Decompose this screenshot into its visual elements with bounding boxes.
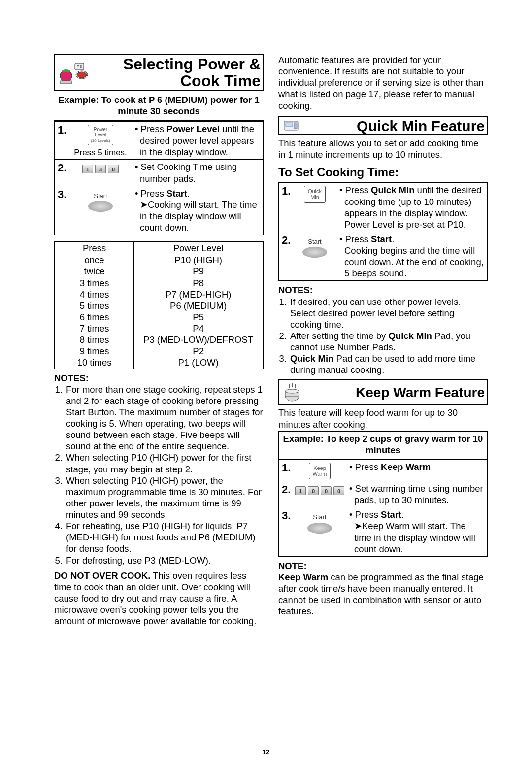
step-graphic: Start — [293, 232, 337, 281]
quick-min-icon — [281, 118, 300, 133]
table-cell: P7 (MED-HIGH) — [134, 289, 263, 300]
step-number: 1. — [279, 182, 293, 232]
section-title: Quick Min Feature — [357, 118, 485, 134]
quick-intro: This feature allows you to set or add co… — [278, 137, 488, 160]
power-level-button: Power Level (10 Levels) — [88, 125, 113, 145]
step-number: 1. — [279, 460, 293, 481]
table-cell: P10 (HIGH) — [134, 254, 263, 266]
step-number: 3. — [55, 186, 68, 235]
example-caption: Example: To cook at P 6 (MEDIUM) power f… — [54, 93, 264, 121]
step-graphic: Keep Warm — [293, 460, 347, 481]
table-cell: twice — [55, 266, 134, 277]
note-item: When selecting P10 (HIGH) power for the … — [65, 452, 264, 474]
table-cell: once — [55, 254, 134, 266]
table-cell: 6 times — [55, 311, 134, 323]
section-header-warm: Keep Warm Feature — [278, 379, 488, 405]
step-graphic: Start — [68, 186, 133, 235]
note-item: When selecting P10 (HIGH) power, the max… — [65, 475, 264, 521]
table-cell: 7 times — [55, 323, 134, 334]
right-column: Automatic features are provided for your… — [278, 54, 488, 632]
table-header: Press — [55, 242, 134, 254]
step-description: • Press Start. ➤Cooking will start. The … — [133, 186, 263, 235]
keep-warm-icon — [281, 381, 304, 403]
table-cell: 5 times — [55, 300, 134, 311]
power-level-table: Press Power Level onceP10 (HIGH) twiceP9… — [54, 241, 264, 369]
graphic-caption: Press 5 times. — [71, 147, 130, 158]
start-button-icon: Start — [88, 192, 113, 212]
start-button-icon: Start — [302, 238, 327, 258]
quick-min-button: Quick Min — [304, 186, 326, 202]
svg-rect-6 — [286, 123, 293, 127]
step-number: 2. — [279, 481, 293, 507]
table-header: Power Level — [134, 242, 263, 254]
table-cell: 9 times — [55, 345, 134, 357]
step-graphic: Quick Min — [293, 182, 337, 232]
note-item: If desired, you can use other power leve… — [289, 296, 488, 330]
note-header: NOTE: — [278, 560, 488, 571]
warm-intro: This feature will keep food warm for up … — [278, 407, 488, 430]
power-header-icon: P6 — [57, 61, 90, 85]
start-button-icon: Start — [307, 513, 332, 533]
step-description: • Press Start. Cooking begins and the ti… — [337, 232, 487, 281]
subheading: To Set Cooking Time: — [278, 165, 488, 180]
step-graphic: Power Level (10 Levels) Press 5 times. — [68, 121, 133, 160]
table-cell: 3 times — [55, 277, 134, 289]
step-description: • Press Start. ➤Keep Warm will start. Th… — [347, 507, 487, 557]
notes-list: For more than one stage cooking, repeat … — [54, 384, 264, 566]
notes-header: NOTES: — [278, 284, 488, 296]
step-description: • Set Cooking Time using number pads. — [133, 160, 263, 186]
number-pad-icon: 1 3 0 — [82, 165, 119, 173]
example-caption: Example: To keep 2 cups of gravy warm fo… — [278, 431, 488, 460]
step-number: 3. — [279, 507, 293, 557]
svg-rect-7 — [294, 123, 297, 129]
power-steps-table: 1. Power Level (10 Levels) Press 5 times… — [54, 121, 264, 235]
note-item: For more than one stage cooking, repeat … — [65, 384, 264, 452]
step-number: 1. — [55, 121, 68, 160]
table-cell: P8 — [134, 277, 263, 289]
table-cell: P1 (LOW) — [134, 357, 263, 369]
note-item: Quick Min Pad can be used to add more ti… — [289, 353, 488, 375]
note-item: After setting the time by Quick Min Pad,… — [289, 330, 488, 353]
svg-text:P6: P6 — [76, 64, 82, 69]
warm-note: Keep Warm can be programmed as the final… — [278, 571, 488, 617]
step-graphic: 1 3 0 — [68, 160, 133, 186]
table-cell: P2 — [134, 345, 263, 357]
note-item: For defrosting, use P3 (MED-LOW). — [65, 555, 264, 566]
left-column: P6 Selecting Power & Cook Time Example: … — [54, 54, 264, 632]
page-columns: P6 Selecting Power & Cook Time Example: … — [54, 54, 488, 632]
intro-paragraph: Automatic features are provided for your… — [278, 54, 488, 111]
section-title: Selecting Power & Cook Time — [90, 56, 261, 89]
table-cell: P6 (MEDIUM) — [134, 300, 263, 311]
svg-point-10 — [285, 389, 299, 393]
svg-point-1 — [62, 69, 70, 72]
step-number: 2. — [279, 232, 293, 281]
step-description: • Press Quick Min until the desired cook… — [337, 182, 487, 232]
step-graphic: Start — [293, 507, 347, 557]
table-cell: P3 (MED-LOW)/DEFROST — [134, 334, 263, 345]
table-cell: P4 — [134, 323, 263, 334]
keep-warm-button: Keep Warm — [309, 463, 331, 479]
section-title: Keep Warm Feature — [356, 385, 485, 400]
section-header-power: P6 Selecting Power & Cook Time — [54, 54, 264, 91]
table-cell: 10 times — [55, 357, 134, 369]
step-description: • Press Keep Warm. — [347, 460, 487, 481]
warm-steps-table: 1. Keep Warm • Press Keep Warm. 2. 1 0 — [278, 460, 488, 557]
note-item: For reheating, use P10 (HIGH) for liquid… — [65, 520, 264, 554]
step-description: • Set warming time using number pads, up… — [347, 481, 487, 507]
svg-rect-4 — [60, 81, 72, 84]
table-cell: 4 times — [55, 289, 134, 300]
quick-steps-table: 1. Quick Min • Press Quick Min until the… — [278, 182, 488, 281]
step-description: • Press Power Level until the desired po… — [133, 121, 263, 160]
notes-header: NOTES: — [54, 372, 264, 384]
warning-paragraph: DO NOT OVER COOK. This oven requires les… — [54, 570, 264, 627]
table-cell: 8 times — [55, 334, 134, 345]
number-pad-icon: 1 0 0 0 — [295, 486, 344, 495]
table-cell: P5 — [134, 311, 263, 323]
step-graphic: 1 0 0 0 — [293, 481, 347, 507]
page-number: 12 — [263, 748, 269, 756]
notes-list: If desired, you can use other power leve… — [278, 296, 488, 376]
step-number: 2. — [55, 160, 68, 186]
section-header-quick: Quick Min Feature — [278, 116, 488, 136]
table-cell: P9 — [134, 266, 263, 277]
